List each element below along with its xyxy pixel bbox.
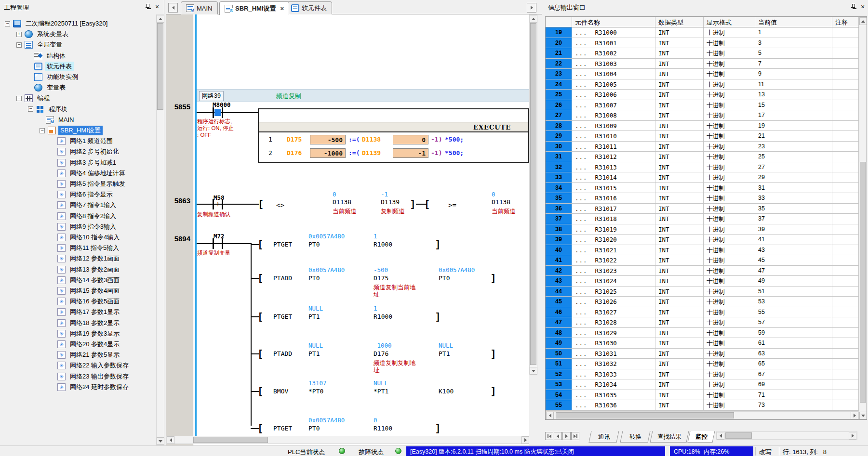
tree-item-7[interactable]: −编程 — [0, 93, 156, 104]
table-row[interactable]: 46...R31027INT十进制55 — [546, 307, 859, 318]
ellipsis-icon[interactable]: ... — [575, 309, 588, 316]
scrollbar-thumb[interactable] — [530, 23, 536, 365]
instruction-ptadd[interactable]: PTADD — [273, 274, 292, 282]
compare2-operator[interactable]: >= — [448, 201, 456, 209]
tab-SBR_HMI设置[interactable]: SBR_HMI设置× — [219, 1, 289, 15]
table-row[interactable]: 45...R31026INT十进制53 — [546, 297, 859, 307]
arg-operand[interactable]: PT0 — [308, 425, 320, 432]
tree-item-8[interactable]: −程序块 — [0, 104, 156, 115]
compare-operator[interactable]: <> — [276, 201, 284, 209]
ellipsis-icon[interactable]: ... — [575, 132, 588, 140]
compare2-a-operand[interactable]: D1138 — [492, 198, 510, 206]
ellipsis-icon[interactable]: ... — [575, 360, 588, 367]
arg-operand[interactable]: *PT0 — [308, 388, 323, 395]
column-header-注释[interactable]: 注释 — [832, 17, 859, 27]
table-row[interactable]: 25...R31006INT十进制13 — [546, 90, 859, 100]
arg-operand[interactable]: D175 — [374, 274, 388, 282]
tree-item-3[interactable]: 结构体 — [0, 51, 156, 61]
table-row[interactable]: 44...R31025INT十进制51 — [546, 287, 859, 297]
table-row[interactable]: 38...R31019INT十进制39 — [546, 224, 859, 235]
arg-operand[interactable]: PT1 — [308, 350, 320, 357]
tabs-scroll-left-button[interactable] — [168, 3, 178, 13]
scroll-right-button[interactable] — [521, 436, 529, 444]
close-icon[interactable]: × — [155, 4, 159, 10]
scroll-down-button[interactable] — [530, 367, 537, 375]
prev-tab-button[interactable] — [554, 432, 562, 440]
table-row[interactable]: 27...R31008INT十进制17 — [546, 110, 859, 121]
table-row[interactable]: 26...R31007INT十进制15 — [546, 100, 859, 111]
scroll-left-button[interactable] — [167, 436, 174, 444]
table-row[interactable]: 21...R31002INT十进制5 — [546, 48, 859, 59]
ellipsis-icon[interactable]: ... — [575, 298, 588, 305]
tree-item-10[interactable]: −SBR_HMI设置 — [0, 125, 156, 136]
tree-item-19[interactable]: ✳网络9 指令3输入 — [0, 221, 156, 232]
tree-item-5[interactable]: 功能块实例 — [0, 72, 156, 82]
table-row[interactable]: 34...R31015INT十进制31 — [546, 183, 859, 194]
ellipsis-icon[interactable]: ... — [575, 329, 588, 337]
tree-item-12[interactable]: ✳网络2 步号初始化 — [0, 146, 156, 157]
arg-operand[interactable]: PT1 — [439, 350, 450, 357]
table-row[interactable]: 55...R31036INT十进制73 — [546, 400, 859, 411]
compare-b-operand[interactable]: D1139 — [381, 198, 400, 206]
table-row[interactable]: 41...R31022INT十进制45 — [546, 255, 859, 266]
arg-operand[interactable]: R1100 — [374, 425, 392, 432]
tree-expander[interactable]: − — [5, 21, 10, 26]
arg-operand[interactable]: D176 — [374, 350, 388, 357]
scroll-down-button[interactable] — [157, 437, 164, 445]
table-row[interactable]: 20...R31001INT十进制3 — [546, 38, 859, 49]
arg-operand[interactable]: K100 — [439, 388, 454, 395]
table-row[interactable]: 22...R31003INT十进制7 — [546, 59, 859, 69]
table-row[interactable]: 47...R31028INT十进制57 — [546, 317, 859, 328]
ellipsis-icon[interactable]: ... — [575, 371, 588, 378]
table-vertical-scrollbar[interactable] — [859, 17, 867, 419]
table-row[interactable]: 42...R31023INT十进制47 — [546, 266, 859, 276]
compare-a-operand[interactable]: D1138 — [333, 198, 351, 206]
tree-item-18[interactable]: ✳网络8 指令2输入 — [0, 211, 156, 221]
pin-icon[interactable] — [145, 4, 150, 10]
scroll-left-button[interactable] — [546, 412, 554, 419]
contact-m8000[interactable] — [213, 107, 223, 118]
tree-item-15[interactable]: ✳网络5 指令显示触发 — [0, 179, 156, 189]
table-row[interactable]: 23...R31004INT十进制9 — [546, 69, 859, 79]
ellipsis-icon[interactable]: ... — [575, 164, 588, 171]
tree-item-1[interactable]: +系统变量表 — [0, 29, 156, 39]
instruction-ptget[interactable]: PTGET — [273, 241, 292, 248]
tree-item-6[interactable]: 变量表 — [0, 82, 156, 93]
table-row[interactable]: 51...R31032INT十进制65 — [546, 359, 859, 369]
table-row[interactable]: 19...R31000INT十进制1 — [546, 27, 859, 38]
table-row[interactable]: 50...R31031INT十进制63 — [546, 349, 859, 359]
arg-operand[interactable]: PT1 — [308, 313, 320, 320]
ellipsis-icon[interactable]: ... — [575, 205, 588, 212]
ellipsis-icon[interactable]: ... — [575, 288, 588, 295]
scrollbar-thumb[interactable] — [556, 412, 734, 418]
instruction-ptget[interactable]: PTGET — [273, 313, 292, 320]
ellipsis-icon[interactable]: ... — [575, 195, 588, 202]
contact-m72[interactable] — [213, 238, 223, 249]
table-row[interactable]: 39...R31020INT十进制41 — [546, 235, 859, 245]
scroll-left-button[interactable] — [717, 432, 724, 440]
ellipsis-icon[interactable]: ... — [575, 215, 588, 222]
ellipsis-icon[interactable]: ... — [575, 39, 588, 47]
tree-item-9[interactable]: MAIN — [0, 115, 156, 125]
ellipsis-icon[interactable]: ... — [575, 391, 588, 399]
network-header[interactable]: 网络39 频道复制 — [197, 89, 529, 102]
tabs-scroll-right-button[interactable] — [527, 3, 536, 13]
table-row[interactable]: 53...R31034INT十进制69 — [546, 379, 859, 390]
ellipsis-icon[interactable]: ... — [575, 60, 588, 67]
table-row[interactable]: 49...R31030INT十进制61 — [546, 338, 859, 349]
tree-item-4[interactable]: 软元件表 — [0, 61, 156, 72]
tree-item-22[interactable]: ✳网络12 参数1画面 — [0, 253, 156, 264]
ellipsis-icon[interactable]: ... — [575, 257, 588, 264]
ellipsis-icon[interactable]: ... — [575, 226, 588, 233]
table-row[interactable]: 36...R31017INT十进制35 — [546, 204, 859, 214]
table-row[interactable]: 30...R31011INT十进制23 — [546, 142, 859, 152]
table-row[interactable]: 32...R31013INT十进制27 — [546, 162, 859, 173]
tree-item-30[interactable]: ✳网络20 参数4显示 — [0, 339, 156, 350]
pin-icon[interactable] — [850, 4, 856, 10]
ellipsis-icon[interactable]: ... — [575, 247, 588, 254]
ellipsis-icon[interactable]: ... — [575, 236, 588, 243]
tree-item-17[interactable]: ✳网络7 指令1输入 — [0, 200, 156, 210]
close-icon[interactable]: × — [861, 4, 865, 10]
ellipsis-icon[interactable]: ... — [575, 102, 588, 109]
ellipsis-icon[interactable]: ... — [575, 81, 588, 88]
